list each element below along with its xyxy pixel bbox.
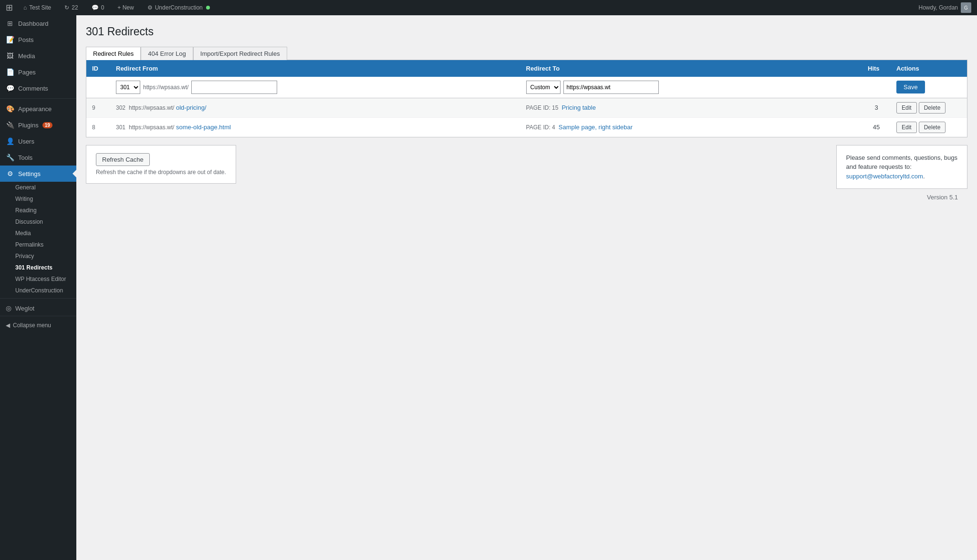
menu-separator-1 (0, 98, 76, 99)
redirect-code-select[interactable]: 301 302 307 (116, 81, 140, 94)
submenu-indicator (73, 170, 76, 177)
support-email-link[interactable]: support@webfactoryltd.com (846, 173, 923, 180)
submenu-reading[interactable]: Reading (0, 205, 76, 216)
online-indicator (206, 6, 210, 10)
col-header-id: ID (86, 60, 110, 77)
new-row-actions-cell: Save (891, 77, 967, 98)
refresh-cache-description: Refresh the cache if the dropdowns are o… (96, 169, 226, 176)
redirect-from-path-input[interactable] (191, 81, 277, 94)
submenu-301-redirects[interactable]: 301 Redirects (0, 262, 76, 273)
submenu-permalinks[interactable]: Permalinks (0, 239, 76, 250)
submenu-media[interactable]: Media (0, 228, 76, 239)
updates-icon: ↻ (64, 4, 69, 11)
redirects-table: ID Redirect From Redirect To Hits Action… (86, 60, 967, 137)
sidebar-item-settings[interactable]: ⚙ Settings (0, 166, 76, 182)
adminbar-updates[interactable]: ↻ 22 (62, 0, 81, 15)
adminbar-comments[interactable]: 💬 0 (89, 0, 107, 15)
page-wrap: 301 Redirects Redirect Rules 404 Error L… (86, 25, 967, 206)
menu-separator-2 (0, 298, 76, 299)
submenu-underconstruction[interactable]: UnderConstruction (0, 285, 76, 296)
row2-action-buttons: Edit Delete (896, 122, 961, 133)
col-header-redirect-from[interactable]: Redirect From (110, 60, 520, 77)
sidebar-item-posts[interactable]: 📝 Posts (0, 31, 76, 48)
sidebar-item-users[interactable]: 👤 Users (0, 133, 76, 149)
page-title: 301 Redirects (86, 25, 967, 39)
plugins-badge: 19 (42, 122, 52, 128)
row2-actions: Edit Delete (891, 117, 967, 137)
tabs-wrapper: Redirect Rules 404 Error Log Import/Expo… (86, 47, 967, 60)
new-row-from-cell: 301 302 307 https://wpsaas.wt/ (110, 77, 520, 98)
weglot-section[interactable]: ◎ Weglot (0, 301, 76, 316)
row2-delete-button[interactable]: Delete (919, 122, 946, 133)
row2-from: 301 https://wpsaas.wt/ some-old-page.htm… (110, 117, 520, 137)
submenu-discussion[interactable]: Discussion (0, 216, 76, 228)
col-header-actions: Actions (891, 60, 967, 77)
tab-404-error-log[interactable]: 404 Error Log (141, 47, 193, 60)
row1-actions: Edit Delete (891, 98, 967, 117)
redirect-to-inputs: Custom PAGE POST (526, 81, 856, 94)
table-row: 8 301 https://wpsaas.wt/ some-old-page.h… (86, 117, 967, 137)
collapse-menu-button[interactable]: ◀ Collapse menu (0, 318, 76, 332)
wp-logo-icon[interactable]: ⊞ (6, 2, 13, 13)
sidebar-item-plugins[interactable]: 🔌 Plugins 19 (0, 117, 76, 133)
row2-edit-button[interactable]: Edit (896, 122, 917, 133)
settings-icon: ⚙ (6, 169, 14, 178)
sidebar-item-pages[interactable]: 📄 Pages (0, 64, 76, 80)
submenu-writing[interactable]: Writing (0, 193, 76, 205)
submenu-htaccess[interactable]: WP Htaccess Editor (0, 273, 76, 285)
version-text: Version 5.1 (927, 194, 958, 201)
sidebar-item-media[interactable]: 🖼 Media (0, 48, 76, 64)
col-header-redirect-to[interactable]: Redirect To (520, 60, 862, 77)
redirect-from-inputs: 301 302 307 https://wpsaas.wt/ (116, 81, 515, 94)
adminbar-plugin[interactable]: ⚙ UnderConstruction (145, 0, 213, 15)
row2-to: PAGE ID: 4 Sample page, right sidebar (520, 117, 862, 137)
tools-icon: 🔧 (6, 153, 14, 162)
redirect-to-url-input[interactable] (563, 81, 659, 94)
row1-action-buttons: Edit Delete (896, 102, 961, 114)
row1-from: 302 https://wpsaas.wt/ old-pricing/ (110, 98, 520, 117)
row1-to: PAGE ID: 15 Pricing table (520, 98, 862, 117)
media-icon: 🖼 (6, 52, 14, 60)
redirect-to-type-select[interactable]: Custom PAGE POST (526, 81, 561, 94)
row1-from-link[interactable]: old-pricing/ (176, 104, 207, 111)
pages-icon: 📄 (6, 68, 14, 76)
row1-to-link[interactable]: Pricing table (561, 104, 596, 111)
comments-icon: 💬 (92, 4, 99, 11)
submenu-general[interactable]: General (0, 182, 76, 193)
new-redirect-row: 301 302 307 https://wpsaas.wt/ (86, 77, 967, 98)
info-box: Please send comments, questions, bugsand… (836, 145, 967, 189)
redirects-table-wrap: ID Redirect From Redirect To Hits Action… (86, 60, 967, 137)
row1-id: 9 (86, 98, 110, 117)
sidebar-item-dashboard[interactable]: ⊞ Dashboard (0, 15, 76, 31)
version-footer: Version 5.1 (86, 189, 967, 206)
adminbar-new[interactable]: + New (114, 0, 136, 15)
refresh-cache-button[interactable]: Refresh Cache (96, 153, 150, 166)
tab-redirect-rules[interactable]: Redirect Rules (86, 47, 141, 60)
row1-edit-button[interactable]: Edit (896, 102, 917, 114)
table-row: 9 302 https://wpsaas.wt/ old-pricing/ PA… (86, 98, 967, 117)
row2-to-link[interactable]: Sample page, right sidebar (559, 124, 633, 131)
adminbar-site[interactable]: ⌂ Test Site (21, 0, 54, 15)
row1-hits: 3 (862, 98, 891, 117)
row1-delete-button[interactable]: Delete (919, 102, 946, 114)
row2-id: 8 (86, 117, 110, 137)
collapse-icon: ◀ (6, 322, 10, 329)
adminbar-user[interactable]: Howdy, Gordan G (919, 2, 971, 13)
bottom-section: Refresh Cache Refresh the cache if the d… (86, 137, 967, 189)
plugins-icon: 🔌 (6, 121, 14, 129)
sidebar-item-appearance[interactable]: 🎨 Appearance (0, 101, 76, 117)
submenu-privacy[interactable]: Privacy (0, 250, 76, 262)
dashboard-icon: ⊞ (6, 19, 14, 28)
plugin-icon: ⚙ (147, 4, 153, 11)
save-redirect-button[interactable]: Save (896, 81, 925, 93)
new-row-to-cell: Custom PAGE POST (520, 77, 862, 98)
row2-from-link[interactable]: some-old-page.html (176, 124, 231, 131)
admin-bar: ⊞ ⌂ Test Site ↻ 22 💬 0 + New ⚙ UnderCons… (0, 0, 977, 15)
comments-menu-icon: 💬 (6, 84, 14, 93)
sidebar-item-tools[interactable]: 🔧 Tools (0, 149, 76, 166)
menu-separator-3 (0, 316, 76, 316)
sidebar-item-comments[interactable]: 💬 Comments (0, 80, 76, 96)
table-body: 301 302 307 https://wpsaas.wt/ (86, 77, 967, 137)
tab-import-export[interactable]: Import/Export Redirect Rules (193, 47, 287, 60)
new-row-id-cell (86, 77, 110, 98)
